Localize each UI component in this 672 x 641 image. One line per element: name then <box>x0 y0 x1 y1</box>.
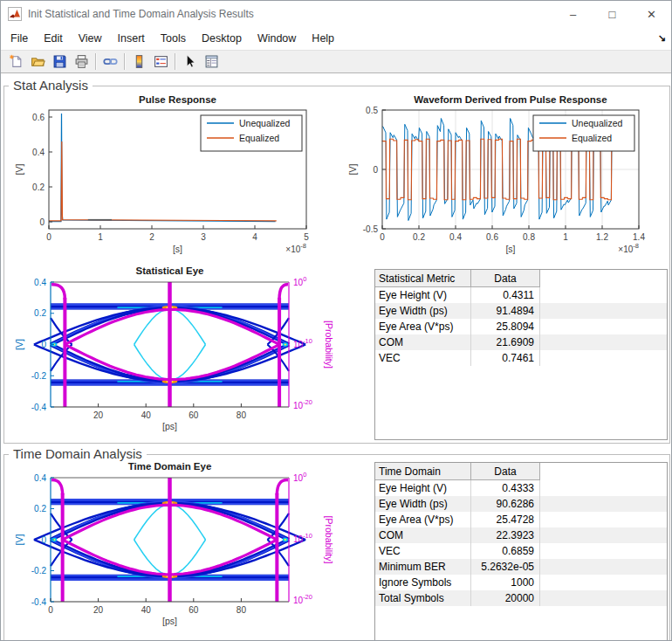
svg-text:10-20: 10-20 <box>293 398 312 410</box>
table-row[interactable]: Total Symbols20000 <box>375 590 667 606</box>
table-row[interactable]: Ignore Symbols1000 <box>375 575 667 590</box>
metric-name-cell[interactable]: COM <box>375 527 471 543</box>
open-file-icon[interactable] <box>27 52 49 72</box>
property-inspector-icon[interactable] <box>201 52 223 72</box>
undock-arrow-icon[interactable]: ↘ <box>658 32 666 44</box>
table-row[interactable]: COM21.6909 <box>375 334 667 350</box>
time-domain-metrics-table[interactable]: Time Domain MetricDataEye Height (V)0.43… <box>374 462 668 641</box>
menu-item-desktop[interactable]: Desktop <box>194 29 250 48</box>
svg-text:[V]: [V] <box>14 164 24 176</box>
menu-item-window[interactable]: Window <box>250 29 304 48</box>
metric-value-cell[interactable]: 20000 <box>471 590 540 606</box>
metric-value-cell[interactable]: 25.4728 <box>471 512 540 527</box>
svg-text:0.2: 0.2 <box>34 308 46 318</box>
metric-name-cell[interactable]: Eye Width (ps) <box>375 303 471 319</box>
metric-name-cell[interactable]: Eye Height (V) <box>375 287 471 303</box>
svg-text:[Probability]: [Probability] <box>324 516 334 564</box>
insert-colorbar-icon[interactable] <box>128 52 150 72</box>
metric-name-cell[interactable]: COM <box>375 334 471 350</box>
svg-text:0.2: 0.2 <box>34 504 46 513</box>
table-row[interactable]: Eye Width (ps)90.6286 <box>375 496 667 512</box>
table-row[interactable]: COM22.3923 <box>375 527 667 543</box>
table-row[interactable]: VEC0.7461 <box>375 350 667 366</box>
table-row[interactable]: Minimum BER5.2632e-05 <box>375 559 667 575</box>
menu-item-tools[interactable]: Tools <box>153 29 194 48</box>
table-header-cell[interactable]: Time Domain Metric <box>375 463 471 480</box>
window-title: Init Statistical and Time Domain Analysi… <box>28 8 254 20</box>
svg-text:[ps]: [ps] <box>162 421 177 431</box>
svg-text:80: 80 <box>237 605 247 615</box>
metric-name-cell[interactable]: Eye Width (ps) <box>375 496 471 512</box>
svg-text:[V]: [V] <box>347 164 358 176</box>
table-header-row: Statistical MetricData <box>375 270 667 287</box>
maximize-button[interactable]: □ <box>593 1 632 27</box>
metric-name-cell[interactable]: Eye Height (V) <box>375 480 471 496</box>
menu-item-edit[interactable]: Edit <box>36 29 71 48</box>
metric-value-cell[interactable]: 0.4333 <box>471 480 540 496</box>
metric-value-cell[interactable]: 91.4894 <box>471 303 540 319</box>
svg-text:-0.2: -0.2 <box>31 371 47 381</box>
table-header-cell[interactable]: Statistical Metric <box>375 270 471 287</box>
metric-value-cell[interactable]: 5.2632e-05 <box>471 559 540 575</box>
metric-name-cell[interactable]: Ignore Symbols <box>375 575 471 590</box>
table-row[interactable]: VEC0.6859 <box>375 543 667 559</box>
statistical-metrics-table[interactable]: Statistical MetricDataEye Height (V)0.43… <box>374 269 668 440</box>
table-row[interactable]: Eye Width (ps)91.4894 <box>375 303 667 319</box>
svg-text:0.4: 0.4 <box>34 473 46 483</box>
svg-text:1.2: 1.2 <box>596 232 608 242</box>
save-figure-icon[interactable] <box>49 52 71 72</box>
menu-item-insert[interactable]: Insert <box>110 29 153 48</box>
metric-value-cell[interactable]: 1000 <box>471 575 540 590</box>
svg-text:10-20: 10-20 <box>293 593 312 605</box>
title-bar: Init Statistical and Time Domain Analysi… <box>1 1 671 27</box>
svg-text:0: 0 <box>373 165 378 175</box>
svg-text:0: 0 <box>380 232 385 242</box>
waveform-chart: 00.20.40.60.811.21.4-0.500.5[s]×10-8[V]W… <box>341 92 666 263</box>
svg-text:-0.4: -0.4 <box>31 403 47 412</box>
svg-text:100: 100 <box>293 471 306 483</box>
menu-item-file[interactable]: File <box>3 29 36 48</box>
insert-legend-icon[interactable] <box>150 52 172 72</box>
svg-text:-0.5: -0.5 <box>363 224 379 234</box>
close-button[interactable]: ✕ <box>632 1 671 27</box>
edit-plot-icon[interactable] <box>179 52 201 72</box>
table-row[interactable]: Eye Area (V*ps)25.8094 <box>375 319 667 334</box>
metric-value-cell[interactable]: 90.6286 <box>471 496 540 512</box>
svg-text:Equalized: Equalized <box>572 133 612 143</box>
table-row[interactable]: Eye Height (V)0.4333 <box>375 480 667 496</box>
svg-text:Pulse Response: Pulse Response <box>139 94 216 105</box>
table-row[interactable]: Eye Height (V)0.4311 <box>375 287 667 303</box>
metric-value-cell[interactable]: 0.6859 <box>471 543 540 559</box>
metric-value-cell[interactable]: 0.7461 <box>471 350 540 366</box>
metric-name-cell[interactable]: Eye Area (V*ps) <box>375 512 471 527</box>
metric-name-cell[interactable]: VEC <box>375 350 471 366</box>
metric-name-cell[interactable]: Eye Area (V*ps) <box>375 319 471 334</box>
matlab-logo-icon <box>8 7 22 21</box>
print-figure-icon[interactable] <box>71 52 93 72</box>
metric-name-cell[interactable]: Total Symbols <box>375 590 471 606</box>
link-plot-icon[interactable] <box>99 52 121 72</box>
svg-text:0: 0 <box>48 605 53 615</box>
metric-value-cell[interactable]: 25.8094 <box>471 319 540 334</box>
svg-text:[V]: [V] <box>14 339 24 350</box>
metric-name-cell[interactable]: VEC <box>375 543 471 559</box>
svg-text:2: 2 <box>149 232 154 242</box>
menu-item-view[interactable]: View <box>71 29 110 48</box>
svg-text:-0.2: -0.2 <box>31 566 47 576</box>
svg-text:0: 0 <box>46 232 51 242</box>
metric-value-cell[interactable]: 21.6909 <box>471 334 540 350</box>
minimize-button[interactable]: – <box>553 1 593 27</box>
svg-text:×10-8: ×10-8 <box>285 242 306 254</box>
svg-text:100: 100 <box>293 275 306 287</box>
metric-value-cell[interactable]: 0.4311 <box>471 287 540 303</box>
metric-name-cell[interactable]: Minimum BER <box>375 559 471 575</box>
metric-value-cell[interactable]: 22.3923 <box>471 527 540 543</box>
table-header-cell[interactable]: Data <box>471 463 540 480</box>
new-figure-icon[interactable] <box>5 52 27 72</box>
toolbar-separator <box>124 53 126 70</box>
table-header-cell[interactable]: Data <box>471 270 540 287</box>
table-row[interactable]: Eye Area (V*ps)25.4728 <box>375 512 667 527</box>
svg-text:40: 40 <box>141 410 152 420</box>
svg-text:0.4: 0.4 <box>32 148 45 157</box>
menu-item-help[interactable]: Help <box>304 29 342 48</box>
